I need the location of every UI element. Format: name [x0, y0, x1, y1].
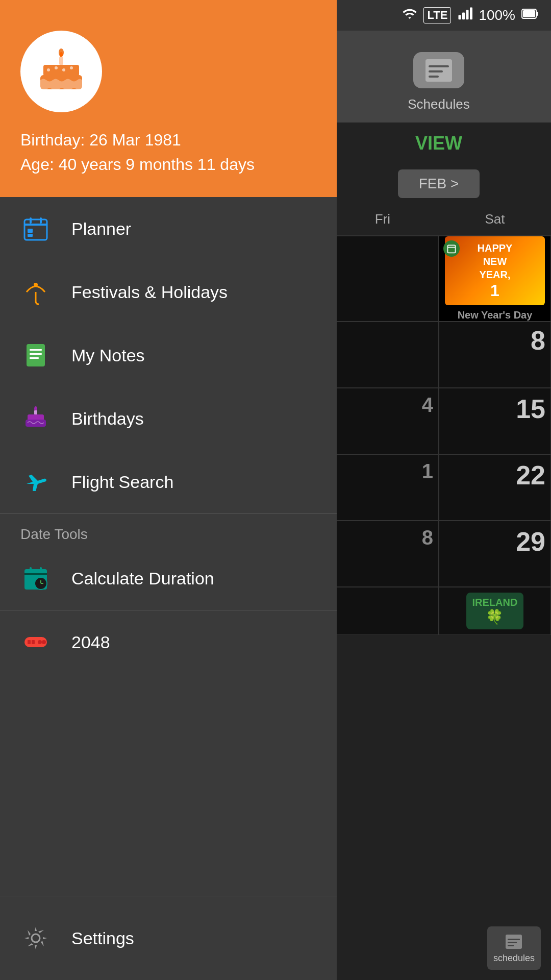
cal-cell-fri-22: 1 [327, 454, 439, 521]
cal-cell-fri-8 [327, 322, 439, 388]
svg-rect-3 [429, 76, 439, 78]
sidebar-item-planner[interactable]: Planner [0, 197, 337, 260]
day-header-fri: Fri [327, 203, 439, 235]
svg-rect-1 [429, 65, 449, 67]
svg-point-25 [70, 66, 73, 69]
cal-cell-ireland: IRELAND 🍀 [439, 587, 551, 635]
svg-point-22 [47, 68, 50, 71]
svg-rect-30 [28, 229, 33, 233]
schedule-label: Schedules [408, 96, 469, 112]
drawer-header: Birthday: 26 Mar 1981 Age: 40 years 9 mo… [0, 0, 337, 197]
svg-point-23 [55, 66, 58, 69]
flight-search-label: Flight Search [71, 472, 173, 492]
sidebar-item-birthdays[interactable]: Birthdays [0, 387, 337, 450]
birthdays-icon [20, 403, 51, 434]
festivals-icon [20, 277, 51, 307]
svg-rect-9 [508, 945, 514, 946]
svg-rect-29 [40, 217, 42, 224]
battery-percent: 100% [479, 7, 515, 23]
svg-rect-44 [30, 567, 32, 573]
cal-cell-sat-22: 22 [439, 454, 551, 521]
svg-rect-12 [466, 10, 469, 19]
cal-cell-sat-29: 29 [439, 521, 551, 587]
svg-rect-27 [24, 224, 47, 226]
svg-point-18 [60, 52, 63, 57]
battery-icon [521, 7, 539, 24]
calculate-duration-icon [20, 563, 51, 594]
svg-rect-8 [508, 942, 517, 943]
svg-rect-16 [536, 12, 538, 16]
calculate-duration-label: Calculate Duration [71, 569, 214, 589]
svg-rect-7 [508, 939, 520, 940]
avatar [20, 31, 102, 112]
svg-rect-45 [40, 567, 42, 573]
svg-rect-11 [462, 12, 465, 19]
svg-rect-15 [523, 10, 535, 17]
svg-rect-36 [30, 353, 42, 355]
sidebar-item-my-notes[interactable]: My Notes [0, 324, 337, 387]
2048-label: 2048 [71, 632, 110, 652]
birthdays-label: Birthdays [71, 409, 144, 429]
svg-point-53 [42, 640, 46, 644]
wifi-icon [402, 6, 417, 25]
svg-rect-37 [30, 357, 39, 359]
birthday-date: Birthday: 26 Mar 1981 [20, 128, 255, 152]
sidebar-item-flight-search[interactable]: Flight Search [0, 450, 337, 513]
signal-icon [457, 6, 472, 25]
sidebar-item-festivals[interactable]: Festivals & Holidays [0, 260, 337, 324]
cal-cell-fri-1 [327, 236, 439, 322]
svg-rect-43 [24, 573, 47, 575]
cal-cell-fri-29: 8 [327, 521, 439, 587]
nav-spacer [0, 674, 337, 896]
sidebar-item-calculate-duration[interactable]: Calculate Duration [0, 547, 337, 610]
sidebar-item-2048[interactable]: 2048 [0, 610, 337, 674]
svg-rect-19 [59, 57, 63, 65]
view-label: VIEW [327, 122, 551, 164]
date-tools-section-title: Date Tools [0, 514, 337, 547]
svg-point-33 [34, 283, 38, 287]
svg-point-54 [32, 934, 40, 942]
cal-cell-fri-15: 4 [327, 388, 439, 454]
birthday-age: Age: 40 years 9 months 11 days [20, 152, 255, 177]
my-notes-label: My Notes [71, 346, 145, 365]
cal-cell-sat-new-year: HAPPYNEWYEAR, 1 New Year's Day [439, 236, 551, 322]
cal-cell-sat-15: 15 [439, 388, 551, 454]
schedule-icon [413, 52, 464, 88]
month-button[interactable]: FEB > [398, 169, 480, 198]
cal-cell-bottom-1 [327, 587, 439, 635]
cal-cell-sat-8: 8 [439, 322, 551, 388]
svg-rect-51 [32, 640, 35, 644]
svg-rect-50 [28, 640, 31, 644]
notes-icon [20, 340, 51, 371]
calendar-background: Schedules VIEW FEB > Fri Sat HAPPYNEWYEA… [327, 0, 551, 980]
svg-rect-28 [30, 217, 32, 224]
svg-rect-34 [27, 344, 45, 366]
svg-rect-2 [429, 70, 443, 72]
planner-icon [20, 213, 51, 244]
2048-icon [20, 627, 51, 657]
day-header-sat: Sat [439, 203, 551, 235]
settings-icon [20, 923, 51, 953]
flight-icon [20, 467, 51, 497]
svg-rect-35 [30, 349, 42, 351]
sidebar-item-settings[interactable]: Settings [0, 906, 337, 970]
planner-label: Planner [71, 219, 131, 239]
svg-point-24 [62, 68, 65, 71]
svg-rect-10 [459, 15, 461, 19]
svg-rect-13 [470, 7, 472, 19]
settings-label: Settings [71, 928, 134, 948]
svg-rect-4 [448, 245, 456, 253]
svg-rect-39 [34, 410, 37, 414]
birthday-info: Birthday: 26 Mar 1981 Age: 40 years 9 mo… [20, 128, 255, 177]
festivals-label: Festivals & Holidays [71, 282, 228, 302]
lte-badge: LTE [423, 7, 451, 23]
drawer-bottom: Settings [0, 896, 337, 980]
svg-rect-31 [28, 234, 33, 237]
drawer-nav: Planner Festivals & Holidays [0, 197, 337, 980]
navigation-drawer: Birthday: 26 Mar 1981 Age: 40 years 9 mo… [0, 0, 337, 980]
svg-point-52 [38, 640, 42, 644]
